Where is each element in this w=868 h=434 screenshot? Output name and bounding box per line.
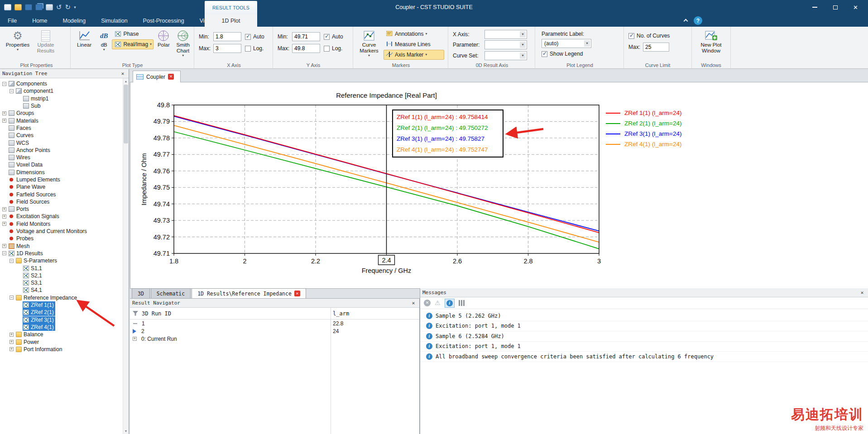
tree-item-label[interactable]: S2,1: [31, 272, 42, 279]
tree-item[interactable]: −1D Results: [0, 250, 123, 257]
curve-markers-button[interactable]: CurveMarkers ▾: [355, 28, 383, 60]
tree-expander-icon[interactable]: +: [10, 347, 14, 351]
tree-item-label[interactable]: Lumped Elements: [16, 176, 60, 183]
tree-item-label[interactable]: S3,1: [31, 280, 42, 286]
tree-expander-icon[interactable]: +: [2, 207, 6, 211]
close-tab-icon[interactable]: ✕: [294, 291, 300, 296]
tree-expander-icon[interactable]: −: [10, 259, 14, 263]
tree-expander-icon[interactable]: −: [10, 89, 14, 93]
minimize-button[interactable]: [805, 0, 825, 14]
tree-item-label[interactable]: Materials: [16, 118, 38, 124]
tree-item-label[interactable]: ZRef 3(1): [31, 317, 54, 323]
tree-item-label[interactable]: Port Information: [24, 346, 62, 353]
tree-item[interactable]: +Groups: [0, 110, 123, 117]
new-project-icon[interactable]: [4, 4, 11, 10]
tree-item-label[interactable]: Voxel Data: [16, 162, 43, 168]
tree-item-label[interactable]: Plane Wave: [16, 184, 45, 190]
tree-item[interactable]: +Field Monitors: [0, 220, 123, 228]
parameter-combo[interactable]: ▾: [484, 40, 527, 49]
x-min-input[interactable]: [213, 32, 241, 41]
bottom-tab[interactable]: 1D Results\Reference Impedance✕: [192, 288, 306, 298]
tree-item-label[interactable]: Dimensions: [16, 169, 45, 176]
ribbon-tab-file[interactable]: File: [0, 14, 24, 27]
tree-item-label[interactable]: Balance: [24, 331, 43, 338]
x-max-input[interactable]: [213, 44, 241, 53]
close-panel-icon[interactable]: ✕: [119, 71, 126, 76]
tree-item[interactable]: +Sub: [0, 102, 123, 110]
tree-item[interactable]: +Probes: [0, 235, 123, 242]
restore-button[interactable]: [825, 0, 845, 14]
tree-expander-icon[interactable]: +: [2, 119, 6, 123]
tree-item-label[interactable]: Faces: [16, 125, 31, 131]
tree-item[interactable]: +Materials: [0, 117, 123, 124]
tree-item[interactable]: +Anchor Points: [0, 147, 123, 154]
close-panel-icon[interactable]: ✕: [858, 290, 866, 296]
tree-item-label[interactable]: Mesh: [16, 243, 29, 249]
ribbon-tab-modeling[interactable]: Modeling: [55, 14, 94, 27]
expand-icon[interactable]: +: [133, 337, 137, 341]
save-all-icon[interactable]: [35, 4, 43, 10]
tree-item-label[interactable]: ZRef 2(1): [31, 309, 54, 315]
tree-item[interactable]: +Mesh: [0, 243, 123, 250]
tree-expander-icon[interactable]: −: [10, 296, 14, 300]
curve-set-combo[interactable]: ▾: [484, 51, 527, 60]
result-row[interactable]: 122.8: [130, 320, 419, 327]
scrollbar-thumb[interactable]: [124, 85, 128, 143]
marker-readout[interactable]: ZRef 1(1) (l_arm=24) : 49.758414ZRef 2(1…: [392, 110, 504, 157]
x-auto-checkbox[interactable]: [245, 34, 251, 40]
tree-item[interactable]: +Voltage and Current Monitors: [0, 228, 123, 235]
ribbon-tab-simulation[interactable]: Simulation: [93, 14, 135, 27]
combo-caret-icon[interactable]: ▾: [584, 40, 590, 47]
tree-item[interactable]: +S2,1: [0, 272, 123, 279]
tree-item-label[interactable]: Sub: [31, 103, 40, 109]
x-log-checkbox[interactable]: [245, 46, 251, 52]
no-of-curves-checkbox[interactable]: [628, 33, 634, 39]
bottom-tab[interactable]: 3D: [132, 288, 150, 298]
tree-item-label[interactable]: ZRef 1(1): [31, 302, 54, 308]
bottom-tab[interactable]: Schematic: [151, 288, 191, 298]
tree-expander-icon[interactable]: +: [2, 244, 6, 248]
tree-item-label[interactable]: Farfield Sources: [16, 191, 56, 198]
tree-item-label[interactable]: Curves: [16, 132, 34, 138]
show-legend-checkbox[interactable]: [542, 51, 547, 57]
tree-item-label[interactable]: Power: [24, 339, 39, 345]
result-row[interactable]: 224: [130, 327, 419, 335]
tree-scrollbar[interactable]: ▲ ▼: [123, 78, 129, 434]
tree-item-label[interactable]: component1: [24, 88, 53, 94]
tree-item[interactable]: −Reference Impedance: [0, 294, 123, 301]
tree-item-label[interactable]: ZRef 4(1): [31, 324, 54, 330]
tree-item[interactable]: −component1: [0, 87, 123, 95]
new-plot-window-button[interactable]: New PlotWindow: [695, 28, 728, 60]
tree-item[interactable]: +Farfield Sources: [0, 191, 123, 198]
tree-item-label[interactable]: Groups: [16, 110, 34, 116]
help-icon[interactable]: ?: [694, 16, 702, 25]
tree-expander-icon[interactable]: +: [10, 333, 14, 337]
tree-item-label[interactable]: S1,1: [31, 265, 42, 272]
tree-item-label[interactable]: Voltage and Current Monitors: [16, 228, 87, 234]
tree-item[interactable]: +Faces: [0, 124, 123, 132]
tree-item-label[interactable]: mstrip1: [31, 95, 48, 102]
tree-item-label[interactable]: Field Monitors: [16, 221, 50, 227]
tree-item-label[interactable]: Anchor Points: [16, 147, 50, 153]
tree-item-label[interactable]: Probes: [16, 235, 34, 242]
tree-item-label[interactable]: Excitation Signals: [16, 213, 59, 219]
combo-caret-icon[interactable]: ▾: [520, 52, 526, 59]
x-axis-combo[interactable]: ▾: [484, 30, 527, 39]
ribbon-tab-postprocessing[interactable]: Post-Processing: [135, 14, 192, 27]
close-tab-icon[interactable]: ✕: [168, 74, 174, 80]
tree-item-label[interactable]: Components: [16, 81, 47, 87]
errors-filter-icon[interactable]: ✕: [424, 300, 431, 306]
tree-item[interactable]: +Power: [0, 338, 123, 345]
tree-item[interactable]: −Components: [0, 80, 123, 87]
tree-item-label[interactable]: Ports: [16, 206, 29, 212]
tree-item[interactable]: +Lumped Elements: [0, 176, 123, 183]
y-max-input[interactable]: [292, 44, 320, 53]
collapse-ribbon-icon[interactable]: [681, 17, 690, 25]
tree-expander-icon[interactable]: +: [2, 215, 6, 219]
tree-item[interactable]: +S4,1: [0, 286, 123, 294]
info-filter-active[interactable]: i: [445, 299, 455, 308]
close-button[interactable]: ✕: [845, 0, 866, 14]
tree-item[interactable]: +Plane Wave: [0, 183, 123, 191]
document-tab-coupler[interactable]: Coupler ✕: [133, 71, 181, 82]
phase-button[interactable]: Phase: [112, 29, 153, 39]
